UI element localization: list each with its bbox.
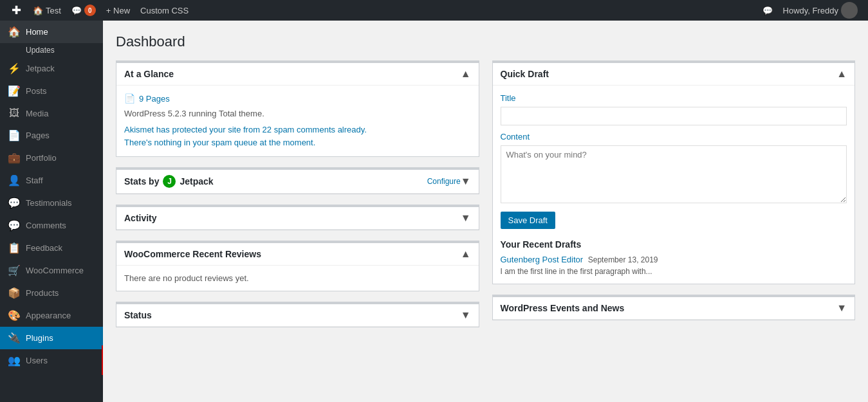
main-content: Dashboard At a Glance ▲ 📄 9 Pages (103, 21, 868, 402)
new-content-link[interactable]: + New (101, 0, 135, 21)
wp-events-header[interactable]: WordPress Events and News ▼ (493, 297, 855, 320)
admin-menu: 🏠 Home Updates ⚡ Jetpack 📝 Posts 🖼 Media… (0, 21, 103, 402)
sidebar-item-updates[interactable]: Updates (0, 43, 103, 57)
activity-header[interactable]: Activity ▼ (116, 207, 479, 230)
woo-reviews-body: There are no product reviews yet. (116, 266, 479, 291)
activity-toggle[interactable]: ▼ (461, 212, 471, 224)
woo-reviews-toggle[interactable]: ▲ (461, 248, 471, 260)
stats-widget: Stats by J Jetpack Configure ▼ (116, 167, 479, 194)
at-a-glance-widget: At a Glance ▲ 📄 9 Pages WordPress 5.2.3 … (116, 60, 479, 157)
users-icon: 👥 (8, 354, 21, 367)
appearance-icon: 🎨 (8, 309, 21, 322)
portfolio-icon: 💼 (8, 152, 21, 164)
title-label: Title (501, 93, 847, 103)
left-column: At a Glance ▲ 📄 9 Pages WordPress 5.2.3 … (116, 60, 479, 327)
akismet-line2: There's nothing in your spam queue at th… (124, 136, 471, 149)
akismet-info: Akismet has protected your site from 22 … (124, 123, 471, 149)
sidebar-item-plugins[interactable]: 🔌 Plugins (0, 327, 103, 349)
sidebar-item-pages[interactable]: 📄 Pages (0, 124, 103, 147)
sidebar-item-posts[interactable]: 📝 Posts (0, 80, 103, 102)
pages-count-item: 📄 9 Pages (124, 93, 471, 104)
wp-events-widget: WordPress Events and News ▼ (492, 295, 856, 320)
plugins-icon: 🔌 (8, 332, 21, 344)
page-icon: 📄 (124, 93, 135, 104)
sidebar-item-portfolio[interactable]: 💼 Portfolio (0, 147, 103, 169)
woo-reviews-widget: WooCommerce Recent Reviews ▲ There are n… (116, 241, 479, 291)
stats-title-area: Stats by J Jetpack (124, 175, 214, 188)
admin-bar: ✚ 🏠 Test 💬 0 + New Custom CSS 💬 Howdy, F… (0, 0, 868, 21)
no-reviews-text: There are no product reviews yet. (124, 273, 471, 283)
quick-draft-widget: Quick Draft ▲ Title Content Save Draft Y… (492, 60, 856, 284)
partial-toggle[interactable]: ▼ (461, 309, 471, 321)
at-a-glance-header[interactable]: At a Glance ▲ (116, 63, 479, 86)
quick-draft-header[interactable]: Quick Draft ▲ (493, 63, 855, 86)
akismet-line1: Akismet has protected your site from 22 … (124, 123, 471, 136)
wp-events-title: WordPress Events and News (501, 303, 625, 313)
title-input[interactable] (501, 107, 847, 125)
dashboard-grid: At a Glance ▲ 📄 9 Pages WordPress 5.2.3 … (116, 60, 855, 327)
partial-widget-title: Status (124, 310, 152, 320)
quick-draft-toggle[interactable]: ▲ (836, 68, 847, 80)
recent-drafts-title: Your Recent Drafts (501, 239, 847, 250)
sidebar-item-jetpack[interactable]: ⚡ Jetpack (0, 57, 103, 80)
activity-widget: Activity ▼ (116, 205, 479, 230)
recent-drafts-section: Your Recent Drafts Gutenberg Post Editor… (501, 239, 847, 276)
woocommerce-icon: 🛒 (8, 264, 21, 277)
partial-widget-header[interactable]: Status ▼ (116, 304, 479, 327)
woo-reviews-header[interactable]: WooCommerce Recent Reviews ▲ (116, 243, 479, 266)
jetpack-icon: ⚡ (8, 62, 21, 75)
sidebar-item-home[interactable]: 🏠 Home (0, 21, 103, 43)
media-icon: 🖼 (8, 107, 21, 119)
content-textarea[interactable] (501, 145, 847, 203)
home-icon: 🏠 (8, 26, 21, 38)
pages-count-link[interactable]: 9 Pages (139, 94, 170, 104)
site-name-link[interactable]: 🏠 Test (28, 0, 66, 21)
sidebar-item-products[interactable]: 📦 Products (0, 282, 103, 304)
jetpack-label: Jetpack (180, 176, 213, 187)
custom-css-link[interactable]: Custom CSS (135, 0, 194, 21)
pages-icon: 📄 (8, 129, 21, 142)
stats-toggle[interactable]: ▼ (461, 176, 471, 187)
message-icon: 💬 (762, 6, 773, 15)
chat-icon-link[interactable]: 💬 (757, 0, 778, 21)
draft-excerpt: I am the first line in the first paragra… (501, 267, 847, 276)
at-a-glance-body: 📄 9 Pages WordPress 5.2.3 running Total … (116, 86, 479, 156)
testimonials-icon: 💬 (8, 197, 21, 209)
sidebar-item-testimonials[interactable]: 💬 Testimonials (0, 192, 103, 214)
comments-link[interactable]: 💬 0 (66, 0, 101, 21)
sidebar-item-users[interactable]: 👥 Users (0, 349, 103, 372)
stats-header[interactable]: Stats by J Jetpack Configure ▼ (116, 170, 479, 194)
sidebar-item-comments[interactable]: 💬 Comments (0, 214, 103, 237)
configure-link[interactable]: Configure (427, 177, 461, 186)
right-column: Quick Draft ▲ Title Content Save Draft Y… (492, 60, 856, 327)
woo-reviews-title: WooCommerce Recent Reviews (124, 249, 261, 259)
save-draft-button[interactable]: Save Draft (501, 212, 555, 229)
partial-widget: Status ▼ (116, 302, 479, 327)
avatar (841, 2, 858, 19)
staff-icon: 👤 (8, 174, 21, 187)
draft-link[interactable]: Gutenberg Post Editor (501, 255, 584, 264)
sidebar-item-feedback[interactable]: 📋 Feedback (0, 237, 103, 259)
wp-events-toggle[interactable]: ▼ (836, 302, 847, 314)
activity-title: Activity (124, 213, 157, 223)
wp-logo[interactable]: ✚ (5, 0, 28, 21)
page-title: Dashboard (116, 33, 855, 50)
quick-draft-body: Title Content Save Draft Your Recent Dra… (493, 86, 855, 284)
sidebar-item-media[interactable]: 🖼 Media (0, 102, 103, 124)
sidebar-item-staff[interactable]: 👤 Staff (0, 169, 103, 192)
stats-title: Stats by (124, 176, 159, 187)
comment-count: 0 (84, 5, 96, 16)
wp-info-text: WordPress 5.2.3 running Total theme. (124, 109, 471, 118)
howdy-link[interactable]: Howdy, Freddy (778, 0, 863, 21)
posts-icon: 📝 (8, 85, 21, 97)
sidebar-item-woocommerce[interactable]: 🛒 WooCommerce (0, 259, 103, 282)
comments-icon: 💬 (8, 219, 21, 232)
content-label: Content (501, 132, 847, 142)
plugins-menu-wrapper: 🔌 Plugins Installed Plugins Add New ◀ Pl… (0, 327, 103, 349)
sidebar-item-appearance[interactable]: 🎨 Appearance (0, 304, 103, 327)
feedback-icon: 📋 (8, 242, 21, 254)
draft-date: September 13, 2019 (588, 255, 658, 264)
jetpack-icon: J (163, 175, 176, 188)
home-icon: 🏠 (33, 6, 43, 15)
at-a-glance-toggle[interactable]: ▲ (461, 68, 471, 80)
